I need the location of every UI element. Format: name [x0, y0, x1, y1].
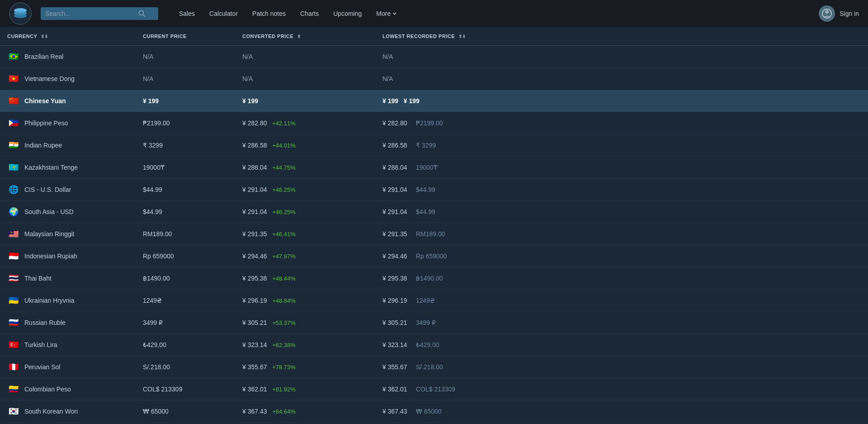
- svg-line-5: [143, 15, 146, 17]
- current-price-cny: ¥ 199: [136, 90, 235, 112]
- current-price-myr: RM189.00: [136, 223, 235, 245]
- header-lowest-price[interactable]: LOWEST RECORDED PRICE ⬆⬇: [375, 27, 868, 46]
- search-input[interactable]: [45, 10, 136, 17]
- signin-label: Sign in: [840, 10, 859, 17]
- table-row: 🇺🇦 Ukrainian Hryvnia 1249₴¥ 296.19 +48.8…: [0, 290, 868, 312]
- currency-cell-uyu[interactable]: 🇺🇾 Uruguayan Peso: [0, 423, 136, 424]
- currency-name-uah: Ukrainian Hryvnia: [24, 297, 74, 304]
- pct-kzt: +44.75%: [272, 164, 296, 171]
- lowest-price-uah: ¥ 296.19 1249₴: [375, 290, 868, 312]
- pct-rub: +53.37%: [272, 319, 296, 326]
- currency-name-pen: Peruvian Sol: [24, 363, 60, 371]
- lowest-price-idr: ¥ 294.46 Rp 659000: [375, 245, 868, 267]
- lowest-price-krw: ¥ 367.43 ₩ 65000: [375, 400, 868, 423]
- nav-sales[interactable]: Sales: [172, 0, 202, 27]
- lowest-price-cny: ¥ 199 ¥ 199: [375, 90, 868, 112]
- currency-name-brl: Brazilian Real: [24, 53, 63, 60]
- currency-cell-cny[interactable]: 🇨🇳 Chinese Yuan: [0, 90, 136, 112]
- currency-cell-pen[interactable]: 🇵🇪 Peruvian Sol: [0, 356, 136, 378]
- lowest-price-try: ¥ 323.14 ₺429,00: [375, 334, 868, 356]
- nav-more[interactable]: More: [369, 0, 404, 27]
- table-row: 🇰🇿 Kazakhstani Tenge 19000₸¥ 288.04 +44.…: [0, 157, 868, 179]
- flag-myr: 🇲🇾: [7, 228, 20, 240]
- pct-try: +62.38%: [272, 342, 296, 348]
- search-bar[interactable]: [41, 7, 158, 20]
- currency-cell-vnd[interactable]: 🇻🇳 Vietnamese Dong: [0, 68, 136, 90]
- converted-price-brl: N/A: [235, 46, 375, 68]
- nav-patchnotes[interactable]: Patch notes: [245, 0, 293, 27]
- svg-point-3: [14, 14, 27, 18]
- currency-cell-rub[interactable]: 🇷🇺 Russian Ruble: [0, 312, 136, 334]
- flag-krw: 🇰🇷: [7, 405, 20, 418]
- sort-arrow-converted: ⬆: [297, 34, 301, 39]
- currency-cell-inr[interactable]: 🇮🇳 Indian Rupee: [0, 134, 136, 157]
- pct-thb: +48.44%: [272, 275, 296, 282]
- converted-price-inr: ¥ 286.58 +44.01%: [235, 134, 375, 157]
- current-price-krw: ₩ 65000: [136, 400, 235, 423]
- currency-cell-php[interactable]: 🇵🇭 Philippine Peso: [0, 112, 136, 134]
- currency-cell-idr[interactable]: 🇮🇩 Indonesian Rupiah: [0, 245, 136, 267]
- current-price-cop: COL$ 213309: [136, 378, 235, 400]
- flag-cny: 🇨🇳: [7, 95, 20, 107]
- currency-cell-brl[interactable]: 🇧🇷 Brazilian Real: [0, 46, 136, 68]
- current-price-brl: N/A: [136, 46, 235, 68]
- currency-name-php: Philippine Peso: [24, 119, 68, 127]
- signin-area[interactable]: Sign in: [819, 5, 859, 22]
- nav-charts[interactable]: Charts: [293, 0, 326, 27]
- table-row: 🇵🇪 Peruvian Sol S/.218.00¥ 355.67 +78.73…: [0, 356, 868, 378]
- table-row: 🇹🇭 Thai Baht ฿1490.00¥ 295.38 +48.44%¥ 2…: [0, 267, 868, 290]
- currency-cell-sa-usd[interactable]: 🌍 South Asia - USD: [0, 201, 136, 223]
- table-row: 🇻🇳 Vietnamese Dong N/AN/AN/A: [0, 68, 868, 90]
- table-row: 🇰🇷 South Korean Won ₩ 65000¥ 367.43 +84.…: [0, 400, 868, 423]
- converted-price-myr: ¥ 291.35 +46.41%: [235, 223, 375, 245]
- converted-price-cny: ¥ 199: [235, 90, 375, 112]
- header-current-price: CURRENT PRICE: [136, 27, 235, 46]
- nav-upcoming[interactable]: Upcoming: [326, 0, 369, 27]
- pct-krw: +84.64%: [272, 408, 296, 415]
- currency-cell-uah[interactable]: 🇺🇦 Ukrainian Hryvnia: [0, 290, 136, 312]
- nav-links: Sales Calculator Patch notes Charts Upco…: [172, 0, 814, 27]
- avatar: [819, 5, 835, 22]
- converted-price-php: ¥ 282.80 +42.11%: [235, 112, 375, 134]
- lowest-price-brl: N/A: [375, 46, 868, 68]
- header-currency[interactable]: CURRENCY ⬆⬇: [0, 27, 136, 46]
- header-converted-price[interactable]: CONVERTED PRICE ⬆: [235, 27, 375, 46]
- navbar: Sales Calculator Patch notes Charts Upco…: [0, 0, 868, 27]
- table-row: 🇹🇷 Turkish Lira ₺429,00¥ 323.14 +62.38%¥…: [0, 334, 868, 356]
- currency-name-cop: Colombian Peso: [24, 386, 71, 393]
- current-price-php: ₱2199.00: [136, 112, 235, 134]
- currency-cell-myr[interactable]: 🇲🇾 Malaysian Ringgit: [0, 223, 136, 245]
- flag-sa-usd: 🌍: [7, 205, 20, 218]
- currency-name-cny: Chinese Yuan: [24, 97, 66, 105]
- table-row: 🇲🇾 Malaysian Ringgit RM189.00¥ 291.35 +4…: [0, 223, 868, 245]
- lowest-price-pen: ¥ 355.67 S/.218.00: [375, 356, 868, 378]
- converted-price-pen: ¥ 355.67 +78.73%: [235, 356, 375, 378]
- pct-idr: +47.97%: [272, 253, 296, 260]
- sort-arrow-currency: ⬆⬇: [41, 34, 48, 39]
- logo[interactable]: [9, 2, 32, 25]
- currency-cell-kzt[interactable]: 🇰🇿 Kazakhstani Tenge: [0, 157, 136, 179]
- lowest-price-thb: ¥ 295.38 ฿1490.00: [375, 267, 868, 290]
- currency-cell-cis-usd[interactable]: 🌐 CIS - U.S. Dollar: [0, 179, 136, 201]
- lowest-price-uyu: ¥ 374.19 $U2544: [375, 423, 868, 424]
- currency-cell-krw[interactable]: 🇰🇷 South Korean Won: [0, 400, 136, 423]
- currency-name-rub: Russian Ruble: [24, 319, 66, 326]
- table-row: 🌍 South Asia - USD $44.99¥ 291.04 +46.25…: [0, 201, 868, 223]
- currency-cell-cop[interactable]: 🇨🇴 Colombian Peso: [0, 378, 136, 400]
- converted-price-krw: ¥ 367.43 +84.64%: [235, 400, 375, 423]
- converted-price-kzt: ¥ 288.04 +44.75%: [235, 157, 375, 179]
- price-table: CURRENCY ⬆⬇ CURRENT PRICE CONVERTED PRIC…: [0, 27, 868, 424]
- current-price-pen: S/.218.00: [136, 356, 235, 378]
- pct-uah: +48.84%: [272, 297, 296, 304]
- converted-price-try: ¥ 323.14 +62.38%: [235, 334, 375, 356]
- table-row: 🌐 CIS - U.S. Dollar $44.99¥ 291.04 +46.2…: [0, 179, 868, 201]
- nav-calculator[interactable]: Calculator: [202, 0, 245, 27]
- current-price-rub: 3499 ₽: [136, 312, 235, 334]
- lowest-price-inr: ¥ 286.58 ₹ 3299: [375, 134, 868, 157]
- currency-cell-thb[interactable]: 🇹🇭 Thai Baht: [0, 267, 136, 290]
- converted-price-cop: ¥ 362.01 +81.92%: [235, 378, 375, 400]
- flag-pen: 🇵🇪: [7, 361, 20, 373]
- currency-cell-try[interactable]: 🇹🇷 Turkish Lira: [0, 334, 136, 356]
- currency-name-inr: Indian Rupee: [24, 142, 62, 149]
- flag-thb: 🇹🇭: [7, 272, 20, 285]
